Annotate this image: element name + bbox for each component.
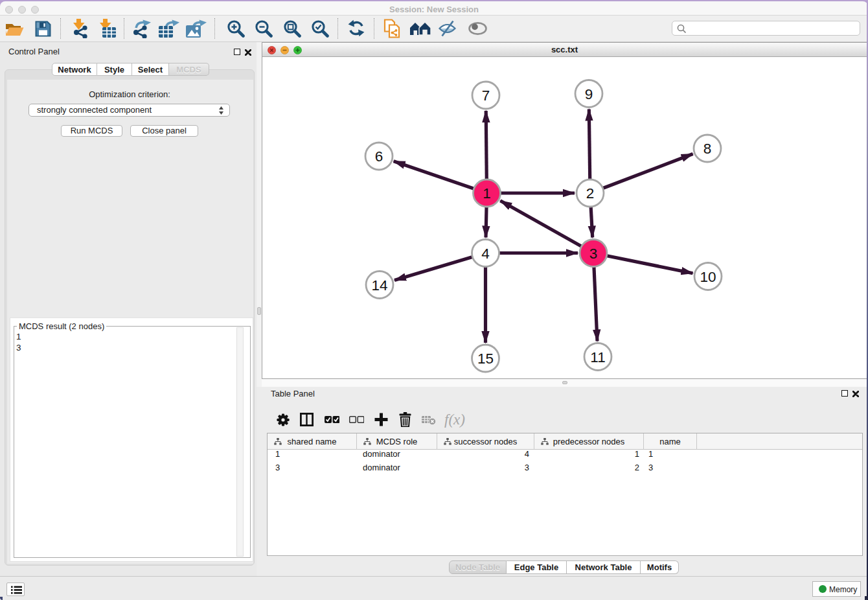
svg-text:6: 6 xyxy=(375,148,383,165)
svg-text:11: 11 xyxy=(590,349,605,365)
svg-text:7: 7 xyxy=(482,87,490,104)
svg-text:8: 8 xyxy=(703,141,712,157)
svg-text:4: 4 xyxy=(481,246,490,262)
svg-text:2: 2 xyxy=(586,185,595,202)
svg-text:3: 3 xyxy=(589,246,598,262)
svg-text:1: 1 xyxy=(483,185,491,202)
svg-text:10: 10 xyxy=(700,269,716,285)
svg-text:15: 15 xyxy=(477,351,494,367)
svg-text:9: 9 xyxy=(585,86,593,102)
svg-text:14: 14 xyxy=(371,277,387,294)
